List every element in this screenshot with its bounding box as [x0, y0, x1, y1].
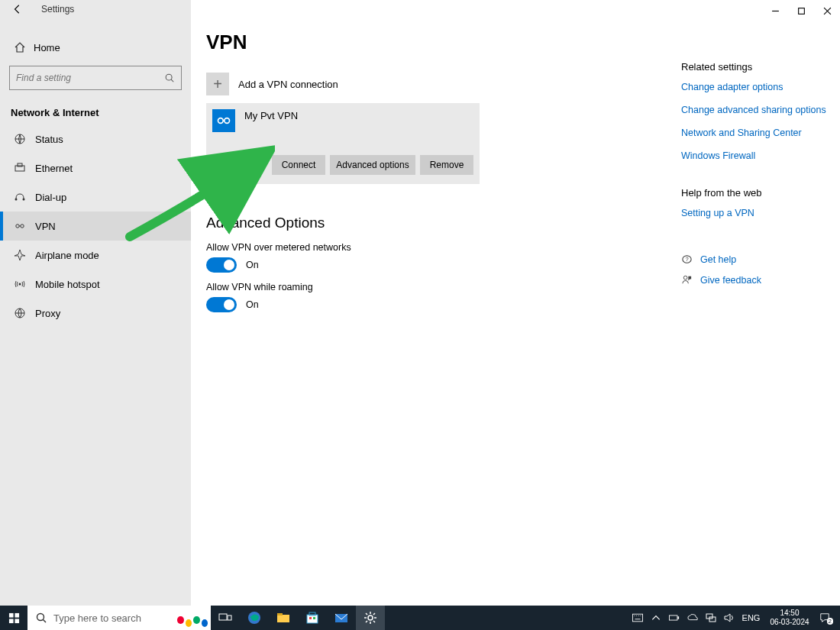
tray-date: 06-03-2024: [770, 618, 809, 627]
sidebar-top: Settings: [0, 0, 191, 18]
add-vpn-label: Add a VPN connection: [238, 79, 338, 90]
sidebar-item-label: Airplane mode: [35, 250, 99, 261]
vpn-entry-header: My Pvt VPN: [212, 109, 473, 132]
tray-cloud-icon[interactable]: [683, 606, 702, 630]
option-roaming-state: On: [246, 299, 259, 310]
vpn-connection-icon: [212, 109, 235, 132]
maximize-button[interactable]: [788, 0, 814, 21]
proxy-icon: [14, 307, 26, 319]
sidebar-item-label: Dial-up: [35, 192, 66, 203]
sidebar-item-dialup[interactable]: Dial-up: [0, 183, 191, 212]
section-title: Network & Internet: [11, 107, 191, 118]
give-feedback-link[interactable]: Give feedback: [681, 274, 834, 286]
edge-icon[interactable]: [240, 606, 269, 630]
give-feedback-label: Give feedback: [700, 275, 761, 286]
feedback-icon: [681, 274, 693, 286]
status-icon: [14, 133, 26, 145]
explorer-icon[interactable]: [269, 606, 298, 630]
dialup-icon: [14, 191, 26, 203]
help-icon: ?: [681, 254, 693, 265]
vpn-entry-card[interactable]: My Pvt VPN Connect Advanced options Remo…: [206, 103, 480, 184]
sidebar-item-ethernet[interactable]: Ethernet: [0, 153, 191, 183]
svg-rect-24: [8, 612, 13, 617]
home-icon: [14, 41, 26, 53]
related-pane: Related settings Change adapter options …: [681, 61, 834, 295]
link-setup-vpn[interactable]: Setting up a VPN: [681, 208, 834, 218]
search-icon: [164, 73, 175, 83]
sidebar-item-label: VPN: [35, 221, 56, 232]
link-adapter[interactable]: Change adapter options: [681, 82, 834, 92]
sidebar-item-label: Ethernet: [35, 163, 73, 174]
svg-rect-34: [277, 613, 283, 615]
remove-button[interactable]: Remove: [420, 155, 473, 175]
tray-chevron-icon[interactable]: [647, 606, 665, 630]
svg-rect-41: [632, 614, 642, 622]
option-roaming-toggle[interactable]: [206, 297, 237, 312]
mail-icon[interactable]: [327, 606, 356, 630]
svg-point-11: [23, 199, 25, 201]
advanced-options-button[interactable]: Advanced options: [330, 155, 415, 175]
home-link[interactable]: Home: [0, 34, 191, 61]
svg-rect-47: [669, 615, 677, 620]
tray-battery-icon[interactable]: [665, 606, 683, 630]
svg-point-18: [218, 118, 224, 124]
svg-line-29: [44, 620, 47, 623]
minimize-button[interactable]: [762, 0, 788, 21]
tray-time: 14:50: [770, 609, 809, 618]
svg-rect-30: [219, 614, 227, 620]
tray-language[interactable]: ENG: [738, 606, 764, 630]
search-decor-icon: [177, 609, 208, 627]
related-title: Related settings: [681, 61, 834, 73]
svg-point-4: [166, 74, 172, 80]
search-field[interactable]: [9, 66, 182, 90]
tray-network-icon[interactable]: [702, 606, 720, 630]
svg-text:?: ?: [685, 256, 688, 263]
help-title: Help from the web: [681, 187, 834, 199]
back-button[interactable]: [5, 0, 27, 18]
sidebar-item-vpn[interactable]: VPN: [0, 212, 191, 241]
tray-volume-icon[interactable]: [720, 606, 738, 630]
tray-keyboard-icon[interactable]: [628, 606, 647, 630]
search-input[interactable]: [16, 73, 153, 83]
app-title: Settings: [41, 4, 74, 15]
link-sharing[interactable]: Change advanced sharing options: [681, 105, 834, 115]
sidebar-item-proxy[interactable]: Proxy: [0, 299, 191, 328]
vpn-entry-name: My Pvt VPN: [244, 109, 298, 121]
link-firewall[interactable]: Windows Firewall: [681, 150, 834, 161]
vpn-entry-actions: Connect Advanced options Remove: [212, 155, 473, 175]
titlebar: [762, 0, 840, 21]
store-icon[interactable]: [298, 606, 327, 630]
svg-line-5: [171, 79, 173, 82]
notif-count: 2: [827, 618, 833, 625]
close-button[interactable]: [814, 0, 840, 21]
task-view-icon[interactable]: [211, 606, 240, 630]
link-networkcenter[interactable]: Network and Sharing Center: [681, 128, 834, 138]
svg-point-15: [19, 283, 21, 286]
svg-rect-25: [15, 612, 19, 617]
svg-rect-27: [15, 619, 19, 623]
get-help-link[interactable]: ? Get help: [681, 254, 834, 265]
tray-notifications-icon[interactable]: 2: [816, 606, 840, 630]
sidebar-item-label: Mobile hotspot: [35, 279, 100, 290]
sidebar-item-hotspot[interactable]: Mobile hotspot: [0, 270, 191, 299]
taskbar: Type here to search ENG 14:50 06-03-2024…: [0, 606, 840, 630]
svg-rect-26: [8, 619, 13, 623]
taskbar-search[interactable]: Type here to search: [27, 606, 211, 630]
sidebar-item-status[interactable]: Status: [0, 124, 191, 153]
svg-rect-37: [309, 617, 312, 619]
airplane-icon: [14, 249, 26, 261]
hotspot-icon: [14, 278, 26, 290]
get-help-label: Get help: [700, 254, 736, 265]
system-tray: ENG 14:50 06-03-2024 2: [628, 606, 840, 630]
svg-point-10: [15, 199, 18, 201]
tray-clock[interactable]: 14:50 06-03-2024: [764, 609, 815, 627]
ethernet-icon: [14, 162, 26, 174]
option-metered-toggle[interactable]: [206, 257, 237, 273]
svg-point-28: [37, 614, 44, 621]
settings-app-icon[interactable]: [356, 606, 385, 630]
connect-button[interactable]: Connect: [272, 155, 325, 175]
svg-rect-31: [228, 615, 231, 620]
start-button[interactable]: [0, 606, 27, 630]
svg-rect-38: [313, 617, 315, 619]
sidebar-item-airplane[interactable]: Airplane mode: [0, 241, 191, 270]
